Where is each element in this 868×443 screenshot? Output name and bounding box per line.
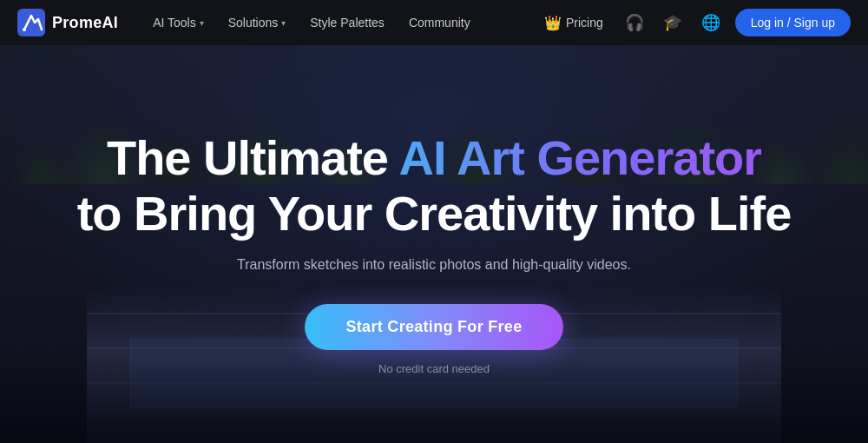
logo-icon (17, 9, 45, 36)
nav-item-community[interactable]: Community (398, 10, 481, 35)
no-credit-label: No credit card needed (378, 362, 490, 375)
chevron-down-icon: ▾ (200, 18, 204, 28)
nav-item-ai-tools[interactable]: AI Tools ▾ (142, 10, 214, 35)
nav-item-pricing[interactable]: 👑 Pricing (537, 10, 610, 36)
hero-title-highlight: AI Art Generator (398, 130, 761, 185)
nav-right: 👑 Pricing 🎧 🎓 🌐 Log in / Sign up (537, 9, 851, 36)
hero-subtitle: Transform sketches into realistic photos… (237, 257, 631, 273)
login-signup-button[interactable]: Log in / Sign up (735, 9, 851, 36)
brand-name: PromeAI (52, 14, 118, 32)
cta-button[interactable]: Start Creating For Free (305, 304, 564, 350)
crown-icon: 👑 (544, 15, 562, 31)
svg-rect-0 (17, 9, 45, 36)
hero-title-suffix: to Bring Your Creativity into Life (77, 186, 792, 241)
logo[interactable]: PromeAI (17, 9, 118, 36)
nav-links: AI Tools ▾ Solutions ▾ Style Palettes Co… (142, 10, 537, 35)
globe-icon[interactable]: 🌐 (697, 9, 725, 36)
chevron-down-icon: ▾ (281, 18, 286, 28)
nav-item-solutions[interactable]: Solutions ▾ (218, 10, 297, 35)
navbar: PromeAI AI Tools ▾ Solutions ▾ Style Pal… (0, 0, 868, 45)
hero-section: The Ultimate AI Art Generator to Bring Y… (0, 0, 868, 443)
svg-point-1 (23, 28, 26, 31)
graduation-cap-icon[interactable]: 🎓 (659, 9, 687, 36)
hero-content: The Ultimate AI Art Generator to Bring Y… (0, 45, 868, 443)
hero-title: The Ultimate AI Art Generator to Bring Y… (77, 130, 792, 242)
headphones-icon[interactable]: 🎧 (621, 9, 648, 36)
nav-item-style-palettes[interactable]: Style Palettes (299, 10, 395, 35)
hero-title-prefix: The Ultimate (107, 130, 399, 185)
